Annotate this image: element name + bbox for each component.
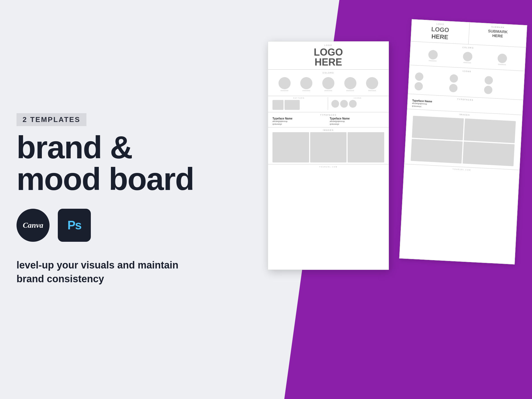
photoshop-badge: Ps [58,209,91,242]
back-submark-text: SUBMARK HERE [472,28,524,39]
front-typeface2: Typeface Name abcdefghijklmnopqrstuvwxyz [330,117,384,126]
template-card-front: LOGO LOGO HERE COLORS #AAAAAA #AAAAAA #A… [268,41,389,270]
templates-area: LOGO LOGO HERE SUBMARK SUBMARK HERE COLo… [268,14,515,386]
front-logo-line2: HERE [272,57,384,67]
title-line2: mood board [17,161,194,197]
main-title: brand & mood board [17,132,204,195]
front-logo-label: LOGO [272,44,384,46]
front-typeface1-name: Typeface Name [272,117,327,120]
front-typeface1: Typeface Name abcdefghijklmnopqrstuvwxyz [272,117,327,126]
front-images-label: IMAGES [272,129,384,131]
front-pattern-icons-row: PATTERN ICONS [268,96,389,112]
badge-text: 2 TEMPLATES [23,115,80,124]
front-logo-text: LOGO HERE [272,47,384,67]
front-images-section: IMAGES [268,127,389,164]
front-typefaces-row: Typeface Name abcdefghijklmnopqrstuvwxyz… [272,117,384,126]
front-icons-label: ICONS [331,97,384,99]
tools-row: Canva Ps [17,209,204,242]
front-typeface2-sample: abcdefghijklmnopqrstuvwxyz [330,120,384,126]
canva-badge: Canva [17,209,50,242]
ps-label: Ps [67,218,81,232]
front-images-row [272,132,384,162]
left-panel: 2 TEMPLATES brand & mood board Canva Ps … [17,0,204,399]
back-images-section: IMAGES [404,109,522,170]
front-typeface2-name: Typeface Name [330,117,384,120]
front-url: YOURURL.COM [268,164,389,169]
subtitle-text: level-up your visuals and maintain brand… [17,258,182,286]
front-logo-area: LOGO LOGO HERE [268,42,389,70]
canva-label: Canva [23,221,43,230]
front-typeface1-sample: abcdefghijklmnopqrstuvwxyz [272,120,327,126]
front-colors-label: COLORS [272,72,384,74]
back-logo-text: LOGO HERE [414,25,466,42]
front-logo-line1: LOGO [272,47,384,57]
title-line1: brand & [17,130,132,165]
front-icons-section: ICONS [329,97,384,110]
badge: 2 TEMPLATES [17,113,86,126]
front-pattern-label: PATTERN [272,97,326,99]
front-typefaces-section: TYPEFACES Typeface Name abcdefghijklmnop… [268,112,389,127]
front-colors-section: COLORS #AAAAAA #AAAAAA #AAAAAA #AAAAAA #… [268,70,389,96]
template-card-back: LOGO LOGO HERE SUBMARK SUBMARK HERE COLo… [399,19,527,265]
front-typefaces-label: TYPEFACES [272,114,384,116]
front-pattern-section: PATTERN [272,97,328,110]
